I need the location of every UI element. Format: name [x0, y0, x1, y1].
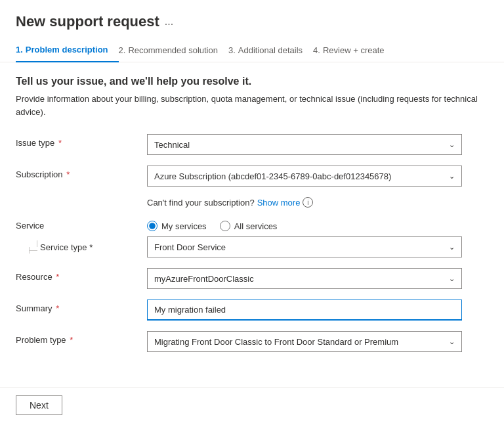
- cant-find-text: Can't find your subscription?: [147, 198, 255, 208]
- service-type-value: Front Door Service: [154, 242, 226, 252]
- all-services-radio[interactable]: [220, 221, 230, 231]
- resource-value: myAzureFrontDoorClassic: [154, 274, 254, 284]
- issue-type-label: Issue type *: [16, 134, 147, 148]
- step-3-label: Additional details: [238, 45, 303, 55]
- service-type-label-wrapper: Service type *: [16, 236, 147, 254]
- resource-chevron-icon: ⌄: [449, 275, 455, 283]
- issue-type-value: Technical: [154, 140, 190, 150]
- service-type-row: Service type * Front Door Service ⌄: [16, 236, 488, 257]
- issue-type-dropdown[interactable]: Technical ⌄: [147, 134, 462, 155]
- all-services-option[interactable]: All services: [220, 221, 278, 231]
- subscription-control: Azure Subscription (abcdef01-2345-6789-0…: [147, 166, 462, 187]
- summary-control: [147, 300, 462, 321]
- problem-type-dropdown[interactable]: Migrating Front Door Classic to Front Do…: [147, 331, 462, 352]
- step-4-label: Review + create: [323, 45, 385, 55]
- service-type-chevron-icon: ⌄: [449, 243, 455, 252]
- subscription-label: Subscription *: [16, 166, 147, 179]
- service-section: Service My services All services: [16, 218, 488, 257]
- problem-type-value: Migrating Front Door Classic to Front Do…: [154, 337, 398, 347]
- service-label: Service: [16, 218, 147, 231]
- subscription-dropdown[interactable]: Azure Subscription (abcdef01-2345-6789-0…: [147, 166, 462, 187]
- page-container: New support request ... 1.Problem descri…: [0, 0, 504, 423]
- section-title: Tell us your issue, and we'll help you r…: [16, 76, 488, 87]
- service-main-row: Service My services All services: [16, 218, 488, 231]
- step-1-label: Problem description: [26, 45, 108, 55]
- step-4-num: 4.: [313, 45, 320, 55]
- header-ellipsis-menu[interactable]: ...: [165, 16, 173, 28]
- header: New support request ...: [0, 0, 504, 38]
- problem-type-chevron-icon: ⌄: [449, 338, 455, 346]
- step-review-create[interactable]: 4.Review + create: [313, 39, 394, 62]
- page-title: New support request: [16, 13, 159, 30]
- summary-label: Summary *: [16, 300, 147, 313]
- form-content: Tell us your issue, and we'll help you r…: [0, 62, 504, 387]
- issue-type-control: Technical ⌄: [147, 134, 462, 155]
- summary-row: Summary *: [16, 300, 488, 321]
- subscription-value: Azure Subscription (abcdef01-2345-6789-0…: [154, 171, 391, 181]
- section-desc: Provide information about your billing, …: [16, 93, 488, 118]
- issue-type-row: Issue type * Technical ⌄: [16, 134, 488, 155]
- summary-input[interactable]: [147, 300, 462, 321]
- resource-dropdown[interactable]: myAzureFrontDoorClassic ⌄: [147, 268, 462, 289]
- info-icon[interactable]: i: [303, 197, 313, 208]
- cant-find-subscription-row: Can't find your subscription? Show more …: [16, 197, 488, 208]
- subscription-chevron-icon: ⌄: [449, 172, 455, 181]
- my-services-label: My services: [161, 221, 207, 231]
- next-button[interactable]: Next: [16, 395, 62, 415]
- step-additional-details[interactable]: 3.Additional details: [228, 39, 313, 62]
- problem-type-label: Problem type *: [16, 331, 147, 345]
- service-type-dropdown[interactable]: Front Door Service ⌄: [147, 236, 462, 257]
- resource-control: myAzureFrontDoorClassic ⌄: [147, 268, 462, 289]
- show-more-link[interactable]: Show more: [257, 198, 301, 208]
- resource-label: Resource *: [16, 268, 147, 282]
- my-services-option[interactable]: My services: [147, 221, 207, 231]
- step-problem-description[interactable]: 1.Problem description: [16, 38, 119, 62]
- service-radio-group: My services All services: [147, 218, 277, 231]
- step-2-num: 2.: [119, 45, 126, 55]
- step-recommended-solution[interactable]: 2.Recommended solution: [119, 39, 228, 62]
- resource-row: Resource * myAzureFrontDoorClassic ⌄: [16, 268, 488, 289]
- subscription-row: Subscription * Azure Subscription (abcde…: [16, 166, 488, 187]
- problem-type-row: Problem type * Migrating Front Door Clas…: [16, 331, 488, 352]
- service-type-label: Service type *: [40, 242, 93, 252]
- wizard-steps: 1.Problem description 2.Recommended solu…: [0, 38, 504, 62]
- step-3-num: 3.: [228, 45, 236, 55]
- all-services-label: All services: [234, 221, 278, 231]
- problem-type-control: Migrating Front Door Classic to Front Do…: [147, 331, 462, 352]
- issue-type-chevron-icon: ⌄: [449, 141, 455, 149]
- step-2-label: Recommended solution: [128, 45, 218, 55]
- service-type-indent: Service type *: [16, 240, 93, 254]
- footer: Next: [0, 387, 504, 423]
- service-type-control: Front Door Service ⌄: [147, 236, 462, 257]
- step-1-num: 1.: [16, 45, 23, 55]
- my-services-radio[interactable]: [147, 221, 158, 231]
